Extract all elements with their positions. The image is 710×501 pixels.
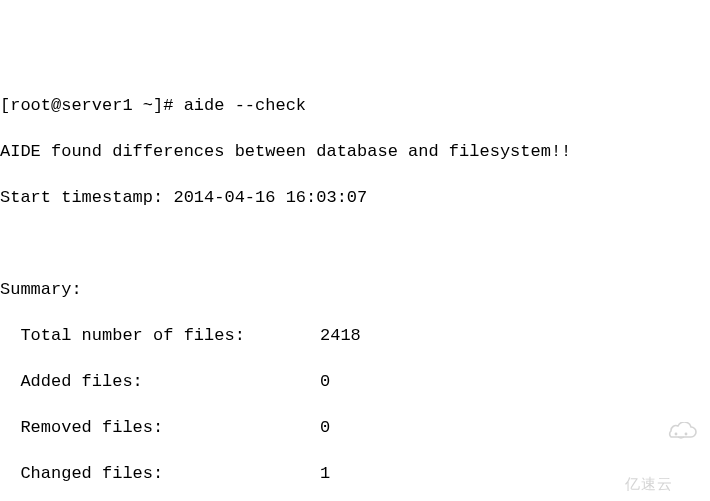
summary-total-label: Total number of files: [0, 324, 320, 347]
watermark: 亿速云 [603, 376, 698, 495]
terminal-prompt-line: [root@server1 ~]# aide --check [0, 94, 710, 117]
svg-point-0 [675, 433, 678, 436]
shell-prompt: [root@server1 ~]# [0, 96, 184, 115]
blank-line [0, 232, 710, 255]
output-diff-message: AIDE found differences between database … [0, 140, 710, 163]
cloud-icon [623, 399, 698, 472]
summary-removed-value: 0 [320, 418, 330, 437]
watermark-text: 亿速云 [625, 475, 673, 492]
summary-changed-label: Changed files: [0, 462, 320, 485]
summary-removed-label: Removed files: [0, 416, 320, 439]
summary-total-files: Total number of files:2418 [0, 324, 710, 347]
shell-command: aide --check [184, 96, 306, 115]
summary-added-value: 0 [320, 372, 330, 391]
summary-added-label: Added files: [0, 370, 320, 393]
output-timestamp: Start timestamp: 2014-04-16 16:03:07 [0, 186, 710, 209]
summary-heading: Summary: [0, 278, 710, 301]
summary-total-value: 2418 [320, 326, 361, 345]
summary-changed-value: 1 [320, 464, 330, 483]
svg-point-1 [685, 433, 688, 436]
